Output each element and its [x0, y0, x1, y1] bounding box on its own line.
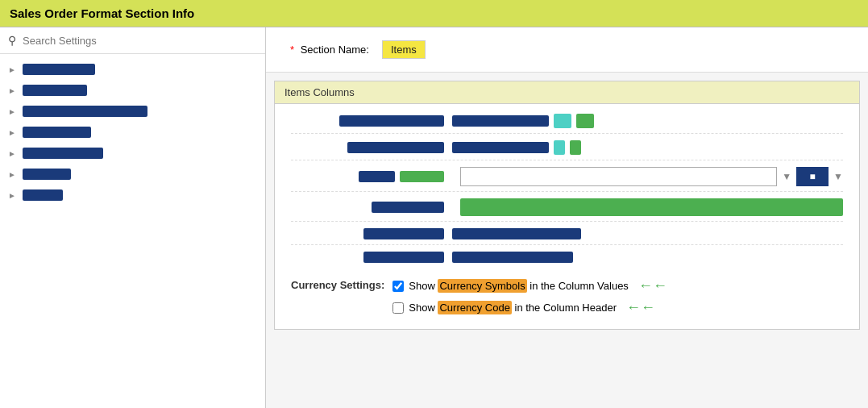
option1-text1: Show	[409, 280, 438, 292]
option2-text2: in the Column Header	[512, 302, 617, 314]
item-bar	[23, 64, 95, 75]
title-bar: Sales Order Format Section Info	[0, 0, 868, 27]
search-icon: ⚲	[8, 34, 16, 47]
item-bar	[23, 127, 91, 138]
sidebar-item[interactable]: ►	[0, 185, 265, 206]
currency-options: Show Currency Symbols in the Column Valu…	[392, 277, 667, 316]
ctrl-green-small[interactable]	[570, 140, 581, 155]
col-controls	[452, 228, 843, 239]
dropdown-green-bar	[400, 171, 444, 182]
col-row-2	[291, 140, 843, 160]
col-label-area	[291, 142, 452, 153]
col-label-bar-green	[372, 202, 444, 213]
item-bar-wrap	[23, 106, 147, 117]
currency-symbols-highlight: Currency Symbols	[438, 279, 526, 293]
green-bar-full[interactable]	[460, 198, 843, 216]
chevron-right-icon: ►	[8, 149, 16, 158]
chevron-right-icon: ►	[8, 107, 16, 116]
sidebar: ⚲ ► ► ►	[0, 27, 266, 408]
col-row-1	[291, 114, 843, 134]
sidebar-item[interactable]: ►	[0, 101, 265, 122]
section-name-label: * Section Name:	[290, 44, 369, 56]
item-bar	[23, 85, 87, 96]
sidebar-items: ► ► ► ►	[0, 54, 265, 210]
chevron-right-icon: ►	[8, 128, 16, 137]
col-label-bar	[339, 115, 444, 127]
ctrl-bar	[452, 228, 581, 239]
col-label-bar	[363, 252, 444, 263]
green-bar-row	[291, 198, 843, 222]
section-name-value[interactable]: Items	[382, 40, 426, 59]
ctrl-bar	[452, 142, 549, 153]
item-bar-wrap	[23, 169, 71, 180]
col-label-area	[291, 252, 452, 263]
dropdown-arrow2-icon: ▼	[833, 171, 843, 182]
dropdown-btn[interactable]: ■	[796, 167, 829, 186]
currency-symbols-checkbox[interactable]	[392, 281, 404, 292]
dropdown-label-bar	[359, 171, 395, 182]
dropdown-label-area	[291, 171, 452, 182]
currency-code-checkbox[interactable]	[392, 302, 404, 314]
chevron-right-icon: ►	[8, 191, 16, 200]
item-bar-wrap	[23, 85, 87, 96]
section-name-row: * Section Name: Items	[266, 27, 868, 73]
currency-option-1-text: Show Currency Symbols in the Column Valu…	[409, 280, 629, 292]
option2-text1: Show	[409, 302, 438, 314]
item-bar	[23, 189, 63, 201]
ctrl-bar	[452, 252, 573, 263]
item-bar-wrap	[23, 64, 95, 75]
sidebar-item[interactable]: ►	[0, 164, 265, 185]
ctrl-bar	[452, 115, 549, 127]
col-controls	[452, 114, 843, 128]
panel-header: Items Columns	[275, 81, 859, 104]
currency-option-1: Show Currency Symbols in the Column Valu…	[392, 277, 667, 294]
currency-option-2: Show Currency Code in the Column Header …	[392, 299, 667, 316]
dropdown-arrow-icon: ▼	[782, 171, 791, 182]
currency-option-2-text: Show Currency Code in the Column Header	[409, 302, 617, 314]
ctrl-teal[interactable]	[554, 114, 571, 128]
col-label-area	[291, 115, 452, 127]
item-bar-wrap	[23, 189, 63, 201]
chevron-right-icon: ►	[8, 65, 16, 74]
chevron-right-icon: ►	[8, 86, 16, 95]
item-bar-wrap	[23, 127, 91, 138]
option1-text2: in the Column Values	[527, 280, 629, 292]
sidebar-item[interactable]: ►	[0, 80, 265, 101]
item-bar	[23, 169, 71, 180]
dropdown-select[interactable]	[460, 167, 777, 186]
currency-code-highlight: Currency Code	[438, 301, 511, 314]
section-name-label-text: Section Name:	[301, 44, 369, 56]
chevron-right-icon: ►	[8, 170, 16, 179]
item-bar	[23, 148, 103, 159]
title-text: Sales Order Format Section Info	[10, 6, 194, 20]
currency-row: Currency Settings: Show Currency Symbols…	[291, 277, 843, 316]
col-controls	[452, 252, 843, 263]
col-controls	[452, 140, 843, 155]
items-columns-panel: Items Columns	[274, 81, 860, 330]
ctrl-green[interactable]	[576, 114, 594, 128]
sidebar-item[interactable]: ►	[0, 122, 265, 143]
dropdown-row: ▼ ■ ▼	[291, 167, 843, 192]
sidebar-item[interactable]: ►	[0, 143, 265, 164]
col-label-bar	[363, 228, 444, 239]
sidebar-item[interactable]: ►	[0, 59, 265, 80]
required-star: *	[290, 44, 294, 56]
panel-body: ▼ ■ ▼	[275, 104, 859, 329]
plain-row-2	[291, 252, 843, 268]
ctrl-teal-small[interactable]	[554, 140, 565, 155]
plain-row-1	[291, 228, 843, 245]
item-bar-wrap	[23, 148, 103, 159]
main-area: ⚲ ► ► ►	[0, 27, 868, 408]
currency-settings-label: Currency Settings:	[291, 277, 384, 291]
col-label-area-green	[291, 202, 452, 213]
search-bar: ⚲	[0, 27, 265, 54]
col-label-area	[291, 228, 452, 239]
app-container: Sales Order Format Section Info ⚲ ► ►	[0, 0, 868, 408]
search-input[interactable]	[23, 35, 257, 47]
arrow-right-icon-2: ←←	[626, 299, 655, 316]
content-area: * Section Name: Items Items Columns	[266, 27, 868, 408]
dropdown-control: ▼ ■ ▼	[460, 167, 843, 186]
item-bar	[23, 106, 147, 117]
col-label-bar	[347, 142, 444, 153]
arrow-right-icon-1: ←←	[638, 277, 667, 294]
